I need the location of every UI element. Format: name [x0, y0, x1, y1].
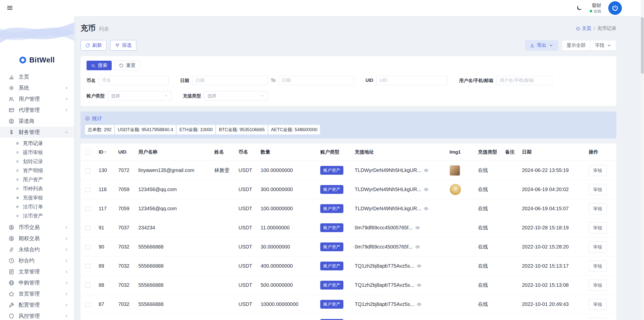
sidebar-item-user-management[interactable]: 用户管理 [0, 93, 74, 104]
brand[interactable]: BitWell [0, 56, 74, 64]
cell-name [212, 276, 236, 295]
sidebar-subitem-coin-list[interactable]: 币种列表 [0, 184, 74, 193]
date-to-input[interactable] [278, 76, 354, 85]
cell-address: TLDWyrDeN49Nh5HLkgUR... [355, 187, 421, 192]
breadcrumb-separator: / [594, 26, 595, 31]
row-checkbox[interactable] [86, 168, 90, 173]
dark-mode-toggle[interactable] [576, 5, 583, 12]
select-all-checkbox[interactable] [86, 150, 90, 155]
sidebar-subitem-asset-details[interactable]: 资产明细 [0, 166, 74, 175]
sidebar-item-homepage[interactable]: 首页管理 [0, 288, 74, 299]
avatar[interactable] [608, 1, 622, 15]
eye-icon[interactable] [417, 302, 422, 307]
user-input[interactable] [496, 76, 552, 85]
filter-button[interactable]: 筛选 [110, 40, 136, 51]
chevron-left-icon [64, 259, 69, 263]
chevron-left-icon [64, 247, 69, 252]
audit-button[interactable]: 审核 [589, 261, 607, 272]
sidebar-item-options-trading[interactable]: 期权交易 [0, 233, 74, 244]
sidebar-item-channel[interactable]: 渠道商 [0, 116, 74, 127]
uid-input[interactable] [376, 76, 448, 85]
eye-icon[interactable] [417, 283, 422, 288]
sidebar-subitem-transfer-records[interactable]: 划转记录 [0, 157, 74, 166]
reset-button[interactable]: 重置 [115, 61, 140, 70]
recharge-type-select[interactable]: 选择 [204, 91, 268, 100]
sidebar-subitem-withdrawal-review[interactable]: 提币审核 [0, 148, 74, 157]
date-from-input[interactable] [192, 76, 268, 85]
cell-id: 117 [97, 199, 116, 218]
sidebar-item-perpetual-contract[interactable]: 永续合约 [0, 244, 74, 255]
cell-date: 2022-10-02 15:13:08 [520, 276, 587, 295]
sidebar-item-seconds-contract[interactable]: 秒合约 [0, 255, 74, 266]
eye-icon[interactable] [417, 264, 422, 269]
row-checkbox[interactable] [86, 245, 90, 250]
sidebar-item-subscription[interactable]: 申购管理 [0, 277, 74, 288]
eye-icon[interactable] [424, 187, 429, 192]
table-row: 91 7037 234234 USDT 11.00000000 账户资产 0m7… [80, 218, 616, 237]
audit-button[interactable]: 审核 [589, 184, 607, 195]
page-scrollbar[interactable] [641, 0, 644, 320]
reset-icon [119, 63, 124, 68]
cell-coin: USDT [236, 314, 259, 320]
cell-username: 555666888 [136, 237, 212, 257]
row-checkbox[interactable] [86, 226, 90, 230]
audit-button[interactable]: 审核 [589, 222, 607, 233]
cell-uid: 7032 [116, 237, 136, 257]
cell-remark [503, 199, 520, 218]
col-id[interactable]: ID↑ [97, 144, 116, 161]
sidebar-subitem-recharge-review[interactable]: 充值审核 [0, 193, 74, 202]
chart-icon [9, 74, 14, 80]
eye-icon[interactable] [424, 206, 429, 211]
sidebar-item-spot-trading[interactable]: 币币交易 [0, 222, 74, 233]
cell-remark [503, 257, 520, 276]
sidebar-subitem-fiat-orders[interactable]: 法币订单 [0, 202, 74, 211]
audit-button[interactable]: 审核 [589, 318, 607, 320]
col-username: 用户名称 [136, 144, 212, 161]
chevron-left-icon [64, 108, 69, 112]
scrollbar-thumb[interactable] [641, 17, 644, 74]
row-checkbox[interactable] [86, 206, 90, 211]
breadcrumb-home-link[interactable]: 主页 [576, 25, 591, 32]
search-button[interactable]: 搜索 [87, 61, 112, 70]
sidebar-item-finance[interactable]: 财务管理 [0, 127, 74, 138]
sidebar-subitem-deposit-records[interactable]: 充币记录 [0, 139, 74, 148]
sidebar-toggle-button[interactable] [7, 5, 13, 12]
audit-button[interactable]: 审核 [589, 241, 607, 253]
deposit-proof-image[interactable] [450, 165, 460, 176]
cell-amount: 30.00000000 [259, 237, 318, 257]
cell-coin: USDT [236, 218, 259, 237]
eye-icon[interactable] [415, 244, 420, 250]
coin-input[interactable] [99, 76, 169, 85]
refresh-button[interactable]: 刷新 [80, 40, 107, 51]
circle-icon [16, 151, 19, 154]
moon-icon [576, 5, 583, 11]
audit-button[interactable]: 审核 [589, 280, 607, 291]
eye-icon[interactable] [424, 168, 429, 173]
cell-amount: 300.00000000 [259, 180, 318, 199]
sidebar-item-system[interactable]: 系统 [0, 82, 74, 93]
sidebar-item-agent-management[interactable]: 代理管理 [0, 104, 74, 116]
account-type-select[interactable]: 选择 [108, 91, 171, 100]
cell-address: TLDWyrDeN49Nh5HLkgUR... [355, 206, 421, 211]
row-checkbox[interactable] [86, 302, 90, 307]
export-button[interactable]: 导出 [525, 40, 558, 51]
show-all-button[interactable]: 显示全部 [562, 40, 590, 51]
audit-button[interactable]: 审核 [589, 203, 607, 214]
audit-button[interactable]: 审核 [589, 299, 607, 310]
fields-button[interactable]: 字段 [590, 40, 616, 51]
table-row: 90 7032 555666888 USDT 30.00000000 账户资产 … [80, 237, 616, 257]
sidebar-item-risk-control[interactable]: 风控管理 [0, 310, 74, 320]
sidebar-subitem-user-assets[interactable]: 用户资产 [0, 175, 74, 184]
table-row: 87 7032 555666888 USDT 10000.00000000 账户… [80, 295, 616, 314]
cell-username: 234234 [136, 218, 212, 237]
sidebar-item-home[interactable]: 主页 [0, 71, 74, 82]
sidebar-item-articles[interactable]: 文章管理 [0, 266, 74, 277]
row-checkbox[interactable] [86, 283, 90, 288]
row-checkbox[interactable] [86, 264, 90, 269]
deposit-proof-image[interactable] [450, 184, 461, 195]
sidebar-subitem-fiat-assets[interactable]: 法币资产 [0, 211, 74, 220]
eye-icon[interactable] [415, 225, 420, 230]
row-checkbox[interactable] [86, 187, 90, 192]
sidebar-item-config[interactable]: 配置管理 [0, 299, 74, 310]
audit-button[interactable]: 审核 [589, 165, 607, 176]
